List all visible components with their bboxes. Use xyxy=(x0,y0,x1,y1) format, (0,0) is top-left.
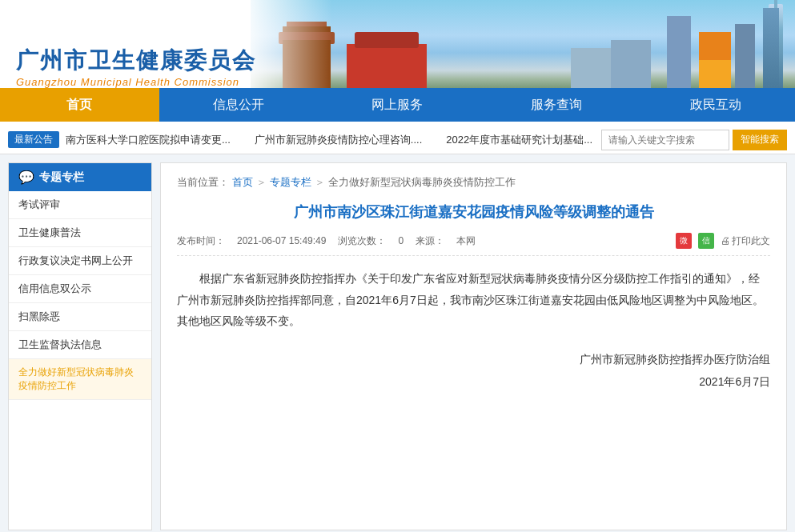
print-icon: 🖨 xyxy=(721,235,730,246)
nav-interact[interactable]: 政民互动 xyxy=(636,88,795,122)
logo: 广州市卫生健康委员会 Guangzhou Municipal Health Co… xyxy=(16,46,256,88)
breadcrumb-section[interactable]: 专题专栏 xyxy=(270,175,311,190)
sidebar-item-exam[interactable]: 考试评审 xyxy=(9,191,151,219)
site-title-en: Guangzhou Municipal Health Commission xyxy=(16,76,256,88)
breadcrumb: 当前位置： 首页 ＞ 专题专栏 ＞ 全力做好新型冠状病毒肺炎疫情防控工作 xyxy=(177,175,770,190)
view-count: 0 xyxy=(398,235,404,246)
main-nav: 首页 信息公开 网上服务 服务查询 政民互动 xyxy=(0,88,795,122)
article-title: 广州市南沙区珠江街道嘉安花园疫情风险等级调整的通告 xyxy=(177,202,770,223)
breadcrumb-current: 全力做好新型冠状病毒肺炎疫情防控工作 xyxy=(328,175,516,190)
sidebar-item-credit[interactable]: 信用信息双公示 xyxy=(9,275,151,303)
article-footer: 广州市新冠肺炎防控指挥办医疗防治组 2021年6月7日 xyxy=(177,348,770,393)
weibo-share-icon[interactable]: 微 xyxy=(676,233,692,249)
print-label: 打印此文 xyxy=(732,234,770,248)
ticker-item-3[interactable]: 2022年度市基础研究计划基础... xyxy=(446,133,592,147)
chat-icon: 💬 xyxy=(18,170,34,185)
weixin-share-icon[interactable]: 信 xyxy=(698,233,714,249)
nav-info[interactable]: 信息公开 xyxy=(159,88,319,122)
footer-org: 广州市新冠肺炎防控指挥办医疗防治组 xyxy=(177,348,770,370)
ticker-item-2[interactable]: 广州市新冠肺炎疫情防控心理咨询.... xyxy=(255,133,422,147)
sidebar-item-health-law[interactable]: 卫生健康普法 xyxy=(9,219,151,247)
sidebar-item-admin-review[interactable]: 行政复议决定书网上公开 xyxy=(9,247,151,275)
breadcrumb-sep-1: ＞ xyxy=(256,175,267,190)
site-title-cn: 广州市卫生健康委员会 xyxy=(16,46,256,76)
ticker-content: 南方医科大学口腔医院拟申请变更... 广州市新冠肺炎疫情防控心理咨询.... 2… xyxy=(66,133,595,147)
header-gradient xyxy=(251,0,795,88)
search-box: 智能搜索 xyxy=(601,130,787,150)
sidebar: 💬 专题专栏 考试评审 卫生健康普法 行政复议决定书网上公开 信用信息双公示 扫… xyxy=(8,162,152,530)
footer-date: 2021年6月7日 xyxy=(177,370,770,393)
sidebar-title: 专题专栏 xyxy=(39,170,84,185)
sidebar-item-covid[interactable]: 全力做好新型冠状病毒肺炎疫情防控工作 xyxy=(9,359,151,400)
sidebar-header: 💬 专题专栏 xyxy=(9,163,151,191)
pub-date: 2021-06-07 15:49:49 xyxy=(237,235,326,246)
meta-actions: 微 信 🖨 打印此文 xyxy=(676,233,770,249)
nav-query[interactable]: 服务查询 xyxy=(477,88,636,122)
sidebar-item-supervision[interactable]: 卫生监督执法信息 xyxy=(9,331,151,359)
ticker-item-1[interactable]: 南方医科大学口腔医院拟申请变更... xyxy=(66,133,231,147)
nav-home[interactable]: 首页 xyxy=(0,88,159,122)
article-paragraph-1: 根据广东省新冠肺炎防控指挥办《关于印发广东省应对新型冠状病毒肺炎疫情分区分级防控… xyxy=(177,268,770,332)
nav-service[interactable]: 网上服务 xyxy=(318,88,477,122)
breadcrumb-sep-2: ＞ xyxy=(315,175,325,190)
sidebar-item-anti-corruption[interactable]: 扫黑除恶 xyxy=(9,303,151,331)
main-layout: 💬 专题专栏 考试评审 卫生健康普法 行政复议决定书网上公开 信用信息双公示 扫… xyxy=(0,154,795,532)
breadcrumb-home[interactable]: 首页 xyxy=(232,175,253,190)
search-input[interactable] xyxy=(601,130,729,150)
source-label: 来源： xyxy=(416,234,444,248)
print-button[interactable]: 🖨 打印此文 xyxy=(721,234,770,248)
article-meta: 发布时间： 2021-06-07 15:49:49 浏览次数： 0 来源： 本网… xyxy=(177,233,770,256)
ticker-label: 最新公告 xyxy=(8,131,59,148)
content-area: 当前位置： 首页 ＞ 专题专栏 ＞ 全力做好新型冠状病毒肺炎疫情防控工作 广州市… xyxy=(160,162,787,530)
ticker-bar: 最新公告 南方医科大学口腔医院拟申请变更... 广州市新冠肺炎疫情防控心理咨询.… xyxy=(0,126,795,154)
page-header: 广州市卫生健康委员会 Guangzhou Municipal Health Co… xyxy=(0,0,795,88)
breadcrumb-label: 当前位置： xyxy=(177,175,229,190)
view-label: 浏览次数： xyxy=(338,234,386,248)
article-body: 根据广东省新冠肺炎防控指挥办《关于印发广东省应对新型冠状病毒肺炎疫情分区分级防控… xyxy=(177,268,770,332)
source: 本网 xyxy=(456,234,476,248)
search-button[interactable]: 智能搜索 xyxy=(733,130,787,150)
pub-label: 发布时间： xyxy=(177,234,225,248)
